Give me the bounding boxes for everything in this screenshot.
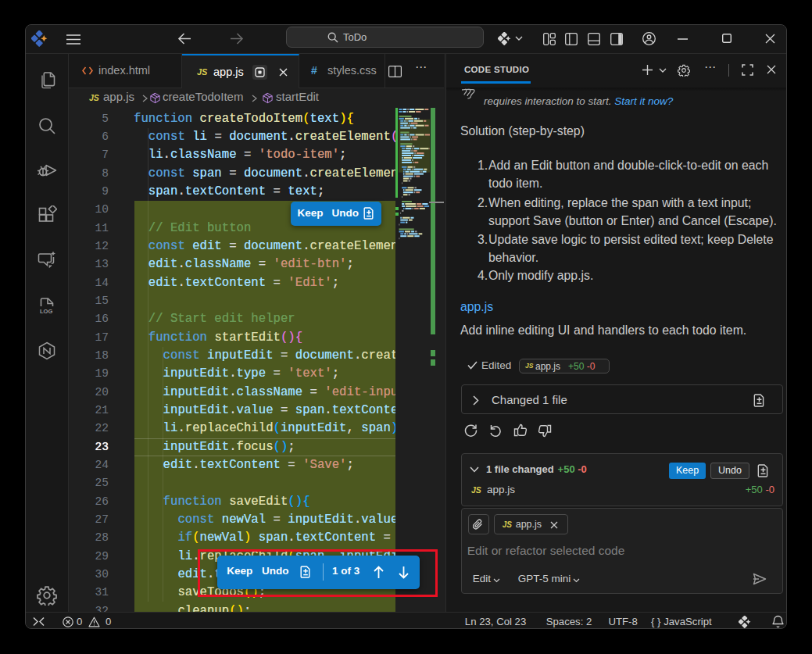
svg-text:LOG: LOG (40, 308, 52, 315)
